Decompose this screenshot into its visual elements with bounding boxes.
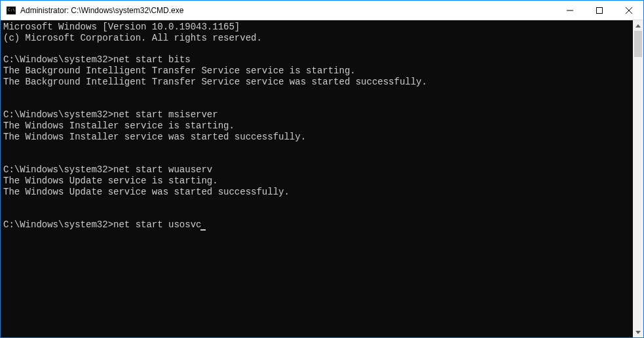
svg-text:C:\: C:\ [8, 7, 15, 12]
terminal-line: The Windows Installer service is startin… [3, 121, 630, 132]
terminal-line [3, 88, 630, 99]
terminal-line: The Windows Update service was started s… [3, 187, 630, 198]
command-text: net start usosvc [113, 219, 201, 230]
command-text: net start bits [113, 54, 191, 65]
prompt: C:\Windows\system32> [3, 219, 113, 230]
cursor [200, 229, 206, 231]
scroll-up-button[interactable] [633, 20, 643, 31]
terminal-line: (c) Microsoft Corporation. All rights re… [3, 33, 630, 44]
window-controls [555, 1, 643, 20]
minimize-button[interactable] [555, 1, 584, 20]
terminal-line: C:\Windows\system32>net start msiserver [3, 109, 630, 121]
prompt: C:\Windows\system32> [3, 109, 113, 120]
command-text: net start msiserver [113, 109, 218, 120]
terminal-line [3, 154, 630, 165]
close-button[interactable] [614, 1, 643, 20]
terminal-line: The Background Intelligent Transfer Serv… [3, 66, 630, 77]
svg-rect-3 [596, 7, 602, 13]
titlebar[interactable]: C:\ Administrator: C:\Windows\system32\C… [1, 1, 643, 20]
cmd-icon: C:\ [6, 5, 16, 16]
maximize-button[interactable] [584, 1, 614, 20]
cmd-window: C:\ Administrator: C:\Windows\system32\C… [1, 1, 643, 337]
terminal-line [3, 44, 630, 55]
terminal-line: C:\Windows\system32>net start wuauserv [3, 164, 630, 176]
terminal-line: The Background Intelligent Transfer Serv… [3, 77, 630, 88]
terminal-line: Microsoft Windows [Version 10.0.19043.11… [3, 22, 630, 33]
terminal-line [3, 143, 630, 154]
scroll-down-button[interactable] [633, 327, 643, 337]
prompt: C:\Windows\system32> [3, 164, 113, 175]
window-title: Administrator: C:\Windows\system32\CMD.e… [20, 6, 555, 15]
terminal-line [3, 99, 630, 110]
terminal-line: The Windows Installer service was starte… [3, 132, 630, 143]
terminal-output[interactable]: Microsoft Windows [Version 10.0.19043.11… [1, 20, 633, 337]
terminal-line: C:\Windows\system32>net start usosvc [3, 219, 630, 231]
scroll-thumb[interactable] [634, 31, 642, 57]
terminal-area: Microsoft Windows [Version 10.0.19043.11… [1, 20, 643, 337]
vertical-scrollbar[interactable] [633, 20, 643, 337]
terminal-line [3, 198, 630, 209]
terminal-line: C:\Windows\system32>net start bits [3, 54, 630, 66]
scroll-track[interactable] [633, 31, 643, 327]
terminal-line: The Windows Update service is starting. [3, 176, 630, 187]
prompt: C:\Windows\system32> [3, 54, 113, 65]
command-text: net start wuauserv [113, 164, 212, 175]
terminal-line [3, 209, 630, 220]
